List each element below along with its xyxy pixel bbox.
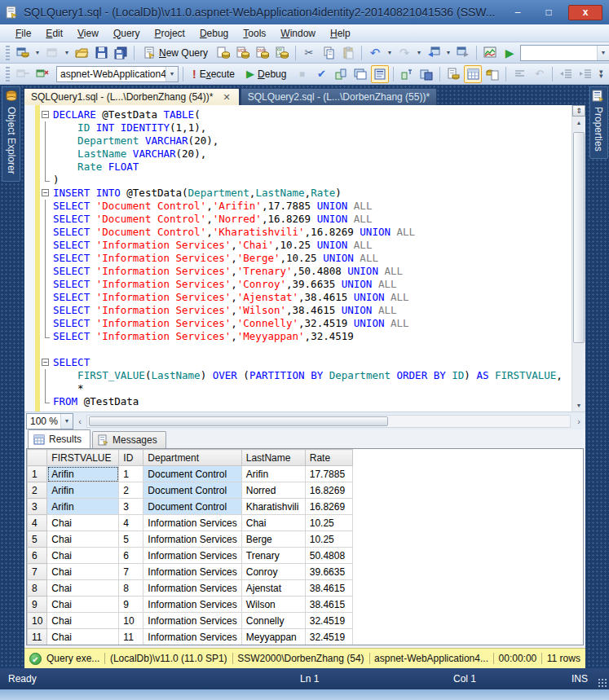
table-cell[interactable]: 8	[119, 580, 143, 597]
splitter-handle-icon[interactable]: ⇕	[572, 105, 585, 117]
hscroll-left-icon[interactable]: ‹	[73, 415, 86, 428]
scroll-up-icon[interactable]: ▲	[572, 117, 585, 129]
new-connection-dropdown-icon[interactable]: ▼	[33, 44, 42, 62]
menu-item-file[interactable]: File	[8, 25, 38, 42]
table-cell[interactable]: 32.4519	[305, 613, 352, 629]
object-explorer-tab[interactable]: Object Explorer	[2, 86, 20, 182]
table-cell[interactable]: 5	[119, 531, 143, 548]
menu-item-project[interactable]: Project	[148, 25, 192, 42]
mdx-query-icon[interactable]: MDX	[234, 44, 252, 62]
table-cell[interactable]: Meyyappan	[241, 629, 305, 645]
toolbar-grip[interactable]	[6, 67, 10, 81]
column-header-department[interactable]: Department	[143, 450, 241, 466]
scroll-track[interactable]	[572, 129, 585, 399]
resize-grip[interactable]	[598, 678, 607, 688]
table-cell[interactable]: Arifin	[47, 499, 119, 515]
open-file-icon[interactable]	[73, 44, 90, 62]
database-combobox-dropdown-icon[interactable]: ▼	[165, 67, 178, 81]
table-cell[interactable]: Connelly	[241, 613, 305, 629]
table-cell[interactable]: Ajenstat	[241, 580, 305, 597]
results-to-grid-icon[interactable]	[464, 65, 482, 83]
table-cell[interactable]: Chai	[47, 597, 119, 613]
document-tab[interactable]: SQLQuery1.sql - (L...\DorbenZhang (54))*…	[24, 88, 240, 105]
column-header-rate[interactable]: Rate	[305, 450, 352, 466]
table-cell[interactable]: Information Services	[143, 580, 241, 597]
connect-icon[interactable]	[14, 65, 32, 83]
column-header-lastname[interactable]: LastName	[241, 450, 305, 466]
row-number[interactable]: 10	[28, 613, 47, 629]
table-cell[interactable]: Information Services	[143, 548, 241, 564]
new-query-button[interactable]: New Query	[139, 45, 213, 61]
row-number[interactable]: 9	[28, 597, 47, 613]
tab-close-icon[interactable]: ✕	[221, 92, 232, 103]
redo-icon[interactable]: ↷	[395, 44, 413, 62]
table-cell[interactable]: 38.4615	[305, 580, 352, 597]
debug-button[interactable]: ▶ Debug	[241, 67, 291, 81]
table-cell[interactable]: 3	[119, 499, 143, 515]
table-cell[interactable]: Chai	[47, 531, 119, 548]
menu-item-help[interactable]: Help	[323, 25, 358, 42]
table-cell[interactable]: 9	[119, 597, 143, 613]
uncomment-lines-icon[interactable]: ↶	[530, 65, 548, 83]
hscroll-thumb[interactable]	[89, 416, 388, 426]
table-cell[interactable]: Trenary	[241, 548, 305, 564]
menu-item-window[interactable]: Window	[273, 25, 323, 42]
fold-collapse-icon[interactable]: −	[40, 108, 53, 121]
row-number[interactable]: 8	[28, 580, 47, 597]
navigate-dropdown-icon[interactable]: ▼	[444, 44, 452, 62]
editor-vertical-scrollbar[interactable]: ⇕ ▲ ▼	[571, 105, 585, 412]
close-button[interactable]: x	[568, 5, 602, 20]
table-cell[interactable]: 1	[119, 466, 143, 482]
undo-dropdown-icon[interactable]: ▼	[386, 44, 394, 62]
comment-out-lines-icon[interactable]	[510, 65, 528, 83]
table-cell[interactable]: Chai	[47, 564, 119, 580]
table-cell[interactable]: Berge	[241, 531, 305, 548]
query-options-icon[interactable]	[332, 65, 350, 83]
include-client-statistics-icon[interactable]	[417, 65, 435, 83]
find-combobox[interactable]: ▼	[520, 45, 609, 61]
row-number[interactable]: 3	[28, 499, 47, 515]
undo-icon[interactable]: ↶	[366, 44, 384, 62]
column-header-id[interactable]: ID	[119, 450, 143, 466]
dmx-query-icon[interactable]: DMX	[254, 44, 271, 62]
table-cell[interactable]: Information Services	[143, 515, 241, 531]
table-cell[interactable]: Arifin	[241, 466, 305, 482]
stop-icon[interactable]: ■	[293, 65, 311, 83]
edit-in-designer-icon[interactable]	[351, 65, 369, 83]
table-cell[interactable]: 16.8269	[305, 499, 352, 515]
specify-template-values-icon[interactable]	[398, 65, 416, 83]
table-cell[interactable]: Information Services	[143, 531, 241, 548]
row-number[interactable]: 5	[28, 531, 47, 548]
menu-item-query[interactable]: Query	[106, 25, 148, 42]
results-grid[interactable]: FIRSTVALUEIDDepartmentLastNameRate1Arifi…	[26, 448, 584, 645]
increase-indent-icon[interactable]	[576, 65, 594, 83]
xmla-query-icon[interactable]: XMLA	[273, 44, 291, 62]
tab-messages[interactable]: Messages	[92, 431, 166, 448]
table-cell[interactable]: Conroy	[241, 564, 305, 580]
database-engine-query-icon[interactable]	[214, 44, 232, 62]
table-cell[interactable]: Document Control	[143, 482, 241, 499]
maximize-button[interactable]: □	[537, 5, 560, 20]
navigate-backward-icon[interactable]	[425, 44, 443, 62]
table-cell[interactable]: 10.25	[305, 515, 352, 531]
table-cell[interactable]: Chai	[47, 515, 119, 531]
table-cell[interactable]: 7	[119, 564, 143, 580]
execute-button[interactable]: ! Execute	[188, 67, 240, 81]
table-cell[interactable]: 16.8269	[305, 482, 352, 499]
row-header[interactable]	[28, 450, 47, 466]
activity-monitor-icon[interactable]	[481, 44, 499, 62]
zoom-combobox[interactable]: 100 % ▼	[26, 413, 73, 429]
start-icon[interactable]: ▶	[501, 44, 519, 62]
table-cell[interactable]: Document Control	[143, 499, 241, 515]
find-combobox-dropdown-icon[interactable]: ▼	[597, 46, 609, 60]
table-cell[interactable]: Arifin	[47, 482, 119, 499]
row-number[interactable]: 1	[28, 466, 47, 482]
table-cell[interactable]: Information Services	[143, 613, 241, 629]
change-connection-icon[interactable]	[33, 65, 51, 83]
database-combobox[interactable]: aspnet-WebApplication4ide ▼	[56, 66, 179, 82]
row-number[interactable]: 2	[28, 482, 47, 499]
code-area[interactable]: −DECLARE @TestData TABLE( ID INT IDENTIT…	[40, 105, 571, 412]
sql-editor[interactable]: −DECLARE @TestData TABLE( ID INT IDENTIT…	[24, 105, 585, 412]
new-connection-icon[interactable]	[14, 44, 32, 62]
decrease-indent-icon[interactable]	[557, 65, 575, 83]
